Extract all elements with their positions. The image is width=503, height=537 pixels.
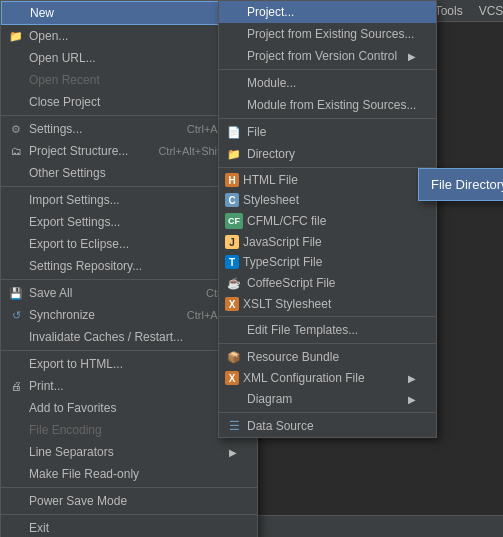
- menu-item-resource-bundle[interactable]: 📦 Resource Bundle: [219, 346, 436, 368]
- project-vcs-arrow-icon: ▶: [408, 51, 416, 62]
- menubar-vcs[interactable]: VCS: [471, 2, 503, 20]
- new-sep-4: [219, 316, 436, 317]
- menu-item-js-file[interactable]: J JavaScript File: [219, 232, 436, 252]
- line-separators-arrow-icon: ▶: [229, 447, 237, 458]
- xslt-icon: X: [225, 297, 239, 311]
- project-icon: [225, 4, 243, 20]
- menu-item-xml-config[interactable]: X XML Configuration File ▶: [219, 368, 436, 388]
- menu-item-diagram[interactable]: Diagram ▶: [219, 388, 436, 410]
- make-readonly-icon: [7, 466, 25, 482]
- menu-item-file[interactable]: 📄 File: [219, 121, 436, 143]
- js-file-icon: J: [225, 235, 239, 249]
- export-settings-icon: [7, 214, 25, 230]
- diagram-arrow-icon: ▶: [408, 394, 416, 405]
- file-encoding-icon: [7, 422, 25, 438]
- file-directory-popup: File Directory: [418, 168, 503, 201]
- new-sep-1: [219, 69, 436, 70]
- export-eclipse-icon: [7, 236, 25, 252]
- new-sep-2: [219, 118, 436, 119]
- add-favorites-icon: [7, 400, 25, 416]
- ts-file-icon: T: [225, 255, 239, 269]
- separator-6: [1, 514, 257, 515]
- save-all-icon: 💾: [7, 285, 25, 301]
- html-file-icon: H: [225, 173, 239, 187]
- menu-item-make-readonly[interactable]: Make File Read-only: [1, 463, 257, 485]
- cfml-icon: CF: [225, 213, 243, 229]
- menu-item-directory[interactable]: 📁 Directory: [219, 143, 436, 165]
- file-icon: 📄: [225, 124, 243, 140]
- menu-item-module[interactable]: Module...: [219, 72, 436, 94]
- new-sep-3: [219, 167, 436, 168]
- line-separators-icon: [7, 444, 25, 460]
- project-vcs-icon: [225, 48, 243, 64]
- separator-5: [1, 487, 257, 488]
- menu-item-project-existing[interactable]: Project from Existing Sources...: [219, 23, 436, 45]
- new-sep-5: [219, 343, 436, 344]
- new-menu-dropdown: Project... Project from Existing Sources…: [218, 0, 437, 438]
- menu-item-stylesheet[interactable]: C Stylesheet: [219, 190, 436, 210]
- open-icon: 📁: [7, 28, 25, 44]
- stylesheet-icon: C: [225, 193, 239, 207]
- menu-item-data-source[interactable]: ☰ Data Source: [219, 415, 436, 437]
- menu-item-project-vcs[interactable]: Project from Version Control ▶: [219, 45, 436, 67]
- file-directory-label: File Directory: [431, 177, 503, 192]
- open-url-icon: [7, 50, 25, 66]
- new-icon: [8, 5, 26, 21]
- menu-item-coffee-file[interactable]: ☕ CoffeeScript File: [219, 272, 436, 294]
- other-settings-icon: [7, 165, 25, 181]
- menu-item-exit[interactable]: Exit: [1, 517, 257, 537]
- settings-icon: ⚙: [7, 121, 25, 137]
- close-project-icon: [7, 94, 25, 110]
- menu-item-line-separators[interactable]: Line Separators ▶: [1, 441, 257, 463]
- synchronize-icon: ↺: [7, 307, 25, 323]
- menu-item-power-save[interactable]: Power Save Mode: [1, 490, 257, 512]
- project-structure-icon: 🗂: [7, 143, 25, 159]
- power-save-icon: [7, 493, 25, 509]
- print-icon: 🖨: [7, 378, 25, 394]
- menu-item-edit-templates[interactable]: Edit File Templates...: [219, 319, 436, 341]
- menu-item-ts-file[interactable]: T TypeScript File: [219, 252, 436, 272]
- open-recent-icon: [7, 72, 25, 88]
- xml-config-arrow-icon: ▶: [408, 373, 416, 384]
- data-source-icon: ☰: [225, 418, 243, 434]
- xml-config-icon: X: [225, 371, 239, 385]
- coffee-file-icon: ☕: [225, 275, 243, 291]
- module-existing-icon: [225, 97, 243, 113]
- menu-item-cfml[interactable]: CF CFML/CFC file: [219, 210, 436, 232]
- directory-icon: 📁: [225, 146, 243, 162]
- exit-icon: [7, 520, 25, 536]
- menu-item-html-file[interactable]: H HTML File: [219, 170, 436, 190]
- module-icon: [225, 75, 243, 91]
- new-sep-6: [219, 412, 436, 413]
- settings-repo-icon: [7, 258, 25, 274]
- diagram-icon: [225, 391, 243, 407]
- export-html-icon: [7, 356, 25, 372]
- menu-item-module-existing[interactable]: Module from Existing Sources...: [219, 94, 436, 116]
- invalidate-icon: [7, 329, 25, 345]
- resource-bundle-icon: 📦: [225, 349, 243, 365]
- project-existing-icon: [225, 26, 243, 42]
- import-settings-icon: [7, 192, 25, 208]
- menu-item-project[interactable]: Project...: [219, 1, 436, 23]
- menu-item-xslt[interactable]: X XSLT Stylesheet: [219, 294, 436, 314]
- edit-templates-icon: [225, 322, 243, 338]
